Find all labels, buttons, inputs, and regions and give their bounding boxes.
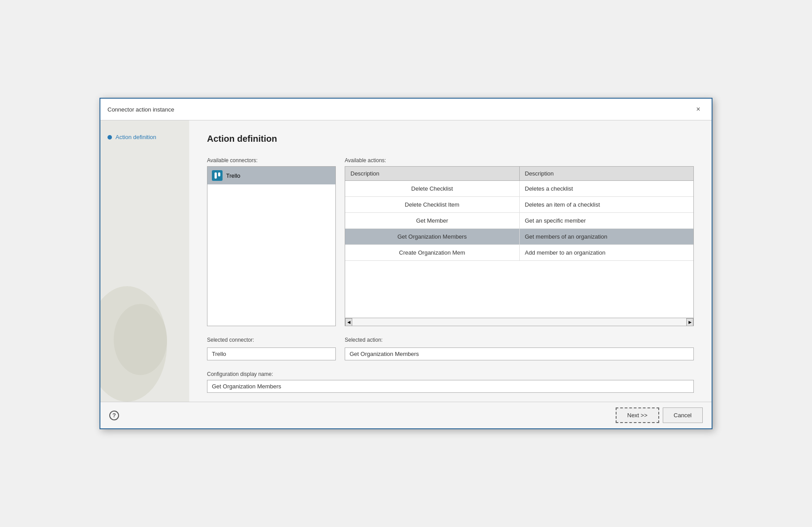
trello-icon-inner bbox=[215, 172, 220, 179]
actions-section: Available actions: Description Descripti… bbox=[345, 157, 694, 326]
action-desc: Add member to an organization bbox=[520, 245, 694, 260]
selected-action-group: Selected action: bbox=[345, 337, 694, 360]
col2-header: Description bbox=[520, 167, 694, 180]
trello-icon bbox=[212, 170, 223, 181]
selected-action-input[interactable] bbox=[345, 347, 694, 360]
connector-list[interactable]: Trello bbox=[207, 166, 336, 326]
sidebar-bullet bbox=[107, 135, 112, 140]
action-name: Create Organization Mem bbox=[345, 245, 520, 260]
action-desc: Deletes a checklist bbox=[520, 181, 694, 196]
title-bar: Connector action instance × bbox=[100, 99, 712, 120]
scroll-left-button[interactable]: ◀ bbox=[345, 318, 352, 326]
cancel-button[interactable]: Cancel bbox=[663, 407, 703, 423]
connector-item-trello[interactable]: Trello bbox=[207, 167, 335, 184]
selected-fields-row: Selected connector: Selected action: bbox=[207, 337, 694, 360]
connector-name: Trello bbox=[226, 172, 240, 179]
actions-label: Available actions: bbox=[345, 157, 694, 164]
scroll-right-button[interactable]: ▶ bbox=[686, 318, 693, 326]
config-display-name-label: Configuration display name: bbox=[207, 371, 694, 377]
trello-bar-left bbox=[215, 172, 217, 179]
dialog: Connector action instance × Action defin… bbox=[100, 98, 712, 429]
config-display-name-input[interactable] bbox=[207, 380, 694, 393]
page-title: Action definition bbox=[207, 134, 694, 144]
table-header: Description Description bbox=[345, 167, 693, 181]
two-column-section: Available connectors: Trello bbox=[207, 157, 694, 326]
trello-bar-right bbox=[218, 172, 220, 176]
dialog-footer: ? Next >> Cancel bbox=[100, 402, 712, 428]
action-desc: Get members of an organization bbox=[520, 229, 694, 244]
help-button[interactable]: ? bbox=[109, 411, 119, 420]
action-desc: Deletes an item of a checklist bbox=[520, 197, 694, 212]
table-row[interactable]: Get Member Get an specific member bbox=[345, 213, 693, 229]
horizontal-scrollbar[interactable]: ◀ ▶ bbox=[345, 318, 693, 326]
config-section: Configuration display name: bbox=[207, 371, 694, 393]
sidebar-item-action-definition[interactable]: Action definition bbox=[100, 129, 189, 145]
action-desc: Get an specific member bbox=[520, 213, 694, 228]
footer-buttons: Next >> Cancel bbox=[616, 407, 703, 423]
dialog-title: Connector action instance bbox=[107, 106, 174, 113]
close-button[interactable]: × bbox=[692, 103, 705, 116]
h-scroll-track bbox=[352, 318, 686, 326]
table-row-selected[interactable]: Get Organization Members Get members of … bbox=[345, 229, 693, 245]
sidebar-item-label: Action definition bbox=[115, 134, 156, 140]
table-row[interactable]: Create Organization Mem Add member to an… bbox=[345, 245, 693, 261]
action-name: Get Organization Members bbox=[345, 229, 520, 244]
table-row[interactable]: Delete Checklist Item Deletes an item of… bbox=[345, 197, 693, 213]
actions-table: Description Description Delete Checklist… bbox=[345, 166, 694, 326]
main-content: Action definition Available connectors: bbox=[189, 120, 712, 402]
table-body[interactable]: Delete Checklist Deletes a checklist Del… bbox=[345, 181, 693, 318]
sidebar-decoration2 bbox=[114, 304, 167, 375]
col1-header: Description bbox=[345, 167, 520, 180]
action-name: Delete Checklist bbox=[345, 181, 520, 196]
action-name: Get Member bbox=[345, 213, 520, 228]
selected-connector-group: Selected connector: bbox=[207, 337, 336, 360]
selected-connector-input[interactable] bbox=[207, 347, 336, 360]
next-button[interactable]: Next >> bbox=[616, 407, 659, 423]
table-row[interactable]: Delete Checklist Deletes a checklist bbox=[345, 181, 693, 197]
connectors-label: Available connectors: bbox=[207, 157, 336, 164]
selected-action-label: Selected action: bbox=[345, 337, 694, 343]
connectors-section: Available connectors: Trello bbox=[207, 157, 336, 326]
action-name: Delete Checklist Item bbox=[345, 197, 520, 212]
dialog-body: Action definition Action definition Avai… bbox=[100, 120, 712, 402]
sidebar: Action definition bbox=[100, 120, 189, 402]
selected-connector-label: Selected connector: bbox=[207, 337, 336, 343]
